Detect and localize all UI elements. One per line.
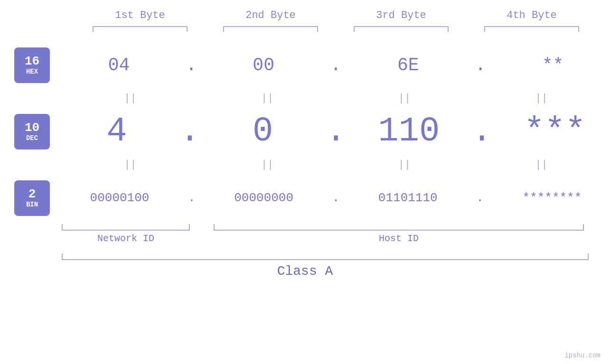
dec-dot1: . — [179, 114, 200, 149]
dec-byte1: 4 — [69, 112, 164, 151]
bin-row: 2 BIN 00000100 . 00000000 . 01101110 . *… — [0, 174, 610, 222]
equals-signs-1: || || || || — [62, 93, 610, 104]
bin-byte3: 01101110 — [360, 191, 455, 205]
bin-byte4: ******** — [505, 191, 600, 205]
bin-values-row: 00000100 . 00000000 . 01101110 . *******… — [62, 191, 610, 205]
dec-badge-number: 10 — [25, 121, 39, 135]
bracket-3 — [354, 26, 449, 32]
watermark: ipshu.com — [564, 352, 601, 359]
byte4-header: 4th Byte — [475, 9, 589, 21]
dec-dot2: . — [326, 114, 346, 149]
dec-badge-label: DEC — [26, 134, 38, 142]
dec-dot3: . — [471, 114, 492, 149]
eq1-4: || — [494, 93, 589, 104]
bin-byte2: 00000000 — [216, 191, 311, 205]
eq2-4: || — [494, 159, 589, 171]
hex-badge-number: 16 — [25, 55, 39, 68]
bin-dot2: . — [332, 191, 340, 205]
eq2-1: || — [83, 159, 178, 171]
network-bracket — [62, 224, 190, 231]
eq2-2: || — [220, 159, 315, 171]
hex-byte3: 6E — [361, 55, 456, 75]
host-bracket — [214, 224, 584, 231]
equals-signs-2: || || || || — [62, 159, 610, 171]
bin-badge-label: BIN — [26, 201, 38, 208]
bracket-4 — [484, 26, 579, 32]
dec-row: 10 DEC 4 . 0 . 110 . *** — [0, 108, 610, 155]
top-brackets — [75, 26, 597, 32]
network-id-label: Network ID — [62, 233, 190, 244]
eq1-1: || — [83, 93, 178, 104]
eq2-3: || — [357, 159, 452, 171]
byte1-header: 1st Byte — [83, 9, 197, 21]
hex-dot2: . — [330, 55, 341, 75]
byte3-header: 3rd Byte — [344, 9, 458, 21]
bin-dot1: . — [188, 191, 196, 205]
bin-byte1: 00000100 — [72, 191, 167, 205]
content-area: 16 HEX 04 . 00 . 6E . ** || || || || — [0, 41, 610, 279]
hex-badge: 16 HEX — [14, 47, 50, 83]
bottom-section: Network ID Host ID Class A — [0, 224, 610, 279]
dec-byte4: *** — [507, 112, 602, 151]
eq1-3: || — [357, 93, 452, 104]
hex-dot3: . — [475, 55, 486, 75]
dec-badge: 10 DEC — [14, 114, 50, 149]
equals-row-2: || || || || — [0, 155, 610, 174]
hex-dot1: . — [186, 55, 197, 75]
hex-byte4: ** — [506, 55, 601, 75]
bottom-brackets — [62, 224, 584, 231]
byte-headers: 1st Byte 2nd Byte 3rd Byte 4th Byte — [75, 9, 597, 21]
class-label: Class A — [0, 264, 610, 279]
bin-badge: 2 BIN — [14, 180, 50, 216]
hex-values-row: 04 . 00 . 6E . ** — [62, 55, 610, 75]
bottom-labels: Network ID Host ID — [62, 233, 584, 244]
outer-bracket — [62, 253, 589, 260]
byte2-header: 2nd Byte — [214, 9, 328, 21]
hex-byte1: 04 — [71, 55, 166, 75]
host-id-label: Host ID — [214, 233, 584, 244]
bracket-2 — [223, 26, 318, 32]
bin-badge-number: 2 — [28, 187, 36, 201]
hex-row: 16 HEX 04 . 00 . 6E . ** — [0, 41, 610, 89]
dec-byte2: 0 — [216, 112, 310, 151]
hex-badge-label: HEX — [26, 68, 38, 75]
dec-byte3: 110 — [361, 112, 456, 151]
eq1-2: || — [220, 93, 315, 104]
main-container: 1st Byte 2nd Byte 3rd Byte 4th Byte 16 H… — [0, 0, 610, 364]
bracket-1 — [93, 26, 188, 32]
equals-row-1: || || || || — [0, 89, 610, 108]
hex-byte2: 00 — [216, 55, 311, 75]
dec-values-row: 4 . 0 . 110 . *** — [62, 112, 610, 151]
bin-dot3: . — [476, 191, 484, 205]
